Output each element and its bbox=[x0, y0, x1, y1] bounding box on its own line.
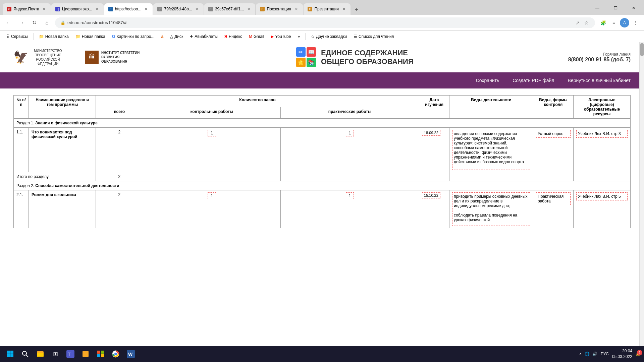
taskbar-lang[interactable]: РУС bbox=[601, 352, 609, 356]
tab-digital[interactable]: Ц Цифровая эко... ✕ bbox=[51, 3, 104, 15]
reading-list-icon: ☰ bbox=[354, 34, 357, 39]
row-11-date-input[interactable]: 18.09.22 bbox=[422, 130, 440, 136]
svg-rect-7 bbox=[37, 353, 44, 357]
row-11-activity-input[interactable]: овладении основами содержания учебного п… bbox=[452, 130, 530, 170]
browser-actions: 🧩 ≡ А ⋮ bbox=[598, 18, 640, 27]
row-11-control-type-input[interactable]: Устный опрос bbox=[536, 130, 571, 138]
institute-logo: 🏛 ИНСТИТУТ СТРАТЕГИИ РАЗВИТИЯ ОБРАЗОВАНИ… bbox=[85, 51, 142, 64]
row-11-resources-input[interactable]: Учебник Лях В.И. стр 3 bbox=[576, 130, 628, 138]
row-21-control-type: Практическая работа bbox=[533, 190, 574, 228]
bookmark-more[interactable]: » bbox=[295, 33, 303, 40]
nav-save[interactable]: Сохранить bbox=[476, 74, 499, 87]
row-21-date-input[interactable]: 15.10.22 bbox=[422, 192, 440, 198]
more-icon: » bbox=[298, 34, 300, 39]
tab-close-edsoo[interactable]: ✕ bbox=[143, 6, 149, 12]
tab-79fc[interactable]: 7 79fc205d-48b... ✕ bbox=[153, 3, 203, 15]
bookmark-star-icon[interactable]: ☆ bbox=[583, 19, 590, 26]
tab-favicon-pres2: П bbox=[308, 7, 312, 11]
row-21-practice-input[interactable]: 1 bbox=[346, 192, 354, 199]
new-tab-button[interactable]: + bbox=[351, 5, 361, 15]
tab-close-mail[interactable]: ✕ bbox=[41, 6, 47, 12]
total-practice-blank bbox=[281, 172, 419, 181]
profile-button[interactable]: А bbox=[620, 18, 629, 27]
row-21-control-type-input[interactable]: Практическая работа bbox=[536, 192, 571, 205]
taskbar-store[interactable] bbox=[94, 347, 107, 361]
logo-divider bbox=[75, 49, 75, 66]
row-21-activity-input[interactable]: приводить примеры основных дневных дел и… bbox=[452, 192, 530, 226]
bookmark-disk[interactable]: △ Диск bbox=[167, 33, 186, 40]
bookmark-services[interactable]: ⠿ Сервисы bbox=[4, 33, 31, 40]
share-icon[interactable]: ↗ bbox=[574, 19, 581, 26]
bookmark-folder1[interactable]: 📁 Новая папка bbox=[36, 33, 71, 40]
row-11-hours-total: 2 bbox=[96, 128, 143, 172]
title-icon-book: 📖 bbox=[307, 47, 316, 57]
row-21-resources-input[interactable]: Учебник Лях В.И. стр 5 bbox=[576, 192, 628, 200]
tray-volume[interactable]: 🔊 bbox=[592, 352, 597, 356]
taskbar-files[interactable] bbox=[79, 347, 92, 361]
close-button[interactable]: ✕ bbox=[626, 3, 641, 13]
row-11-control-type: Устный опрос bbox=[533, 128, 574, 172]
home-button[interactable]: ⌂ bbox=[42, 18, 52, 27]
forward-button[interactable]: → bbox=[17, 18, 26, 27]
yandex-button[interactable]: ≡ bbox=[609, 18, 619, 27]
row-11-practice-input[interactable]: 1 bbox=[346, 130, 354, 136]
bookmark-google[interactable]: G Картинки по запро... bbox=[109, 33, 157, 40]
bookmark-yandex[interactable]: Я Яндекс bbox=[222, 33, 245, 40]
windows-logo-icon bbox=[6, 350, 14, 358]
row-21-hours-control: 1 bbox=[143, 190, 280, 228]
svg-rect-14 bbox=[101, 354, 104, 357]
notification-area[interactable]: 🔔 1 bbox=[636, 352, 641, 356]
taskbar-word[interactable]: W bbox=[124, 347, 138, 361]
taskbar-chrome[interactable] bbox=[109, 347, 122, 361]
tab-mail[interactable]: Я Яндекс.Почта ✕ bbox=[3, 3, 51, 15]
search-button[interactable] bbox=[18, 347, 32, 361]
bookmark-a[interactable]: a bbox=[158, 33, 166, 40]
row-11-hours-control: 1 bbox=[143, 128, 280, 172]
back-button[interactable]: ← bbox=[4, 18, 13, 27]
title-main: ЕДИНОЕ СОДЕРЖАНИЕ bbox=[321, 49, 414, 57]
scrollbar-thumb[interactable] bbox=[640, 43, 644, 56]
hotline-label: Горячая линия bbox=[568, 52, 631, 57]
tab-39c5[interactable]: 3 39c57e67-dff1... ✕ bbox=[204, 3, 256, 15]
bookmark-avia[interactable]: ✈ Авиабилеты bbox=[187, 33, 220, 40]
tab-close-79fc[interactable]: ✕ bbox=[194, 6, 200, 12]
bookmark-folder2[interactable]: 📁 Новая папка bbox=[73, 33, 108, 40]
row-11-name: Что понимается под физической культурой bbox=[29, 128, 96, 172]
tab-edsoo[interactable]: E https://edsoo... ✕ bbox=[104, 3, 153, 15]
tab-close-pres2[interactable]: ✕ bbox=[341, 6, 346, 12]
bookmark-gmail[interactable]: M Gmail bbox=[246, 33, 267, 40]
start-button[interactable] bbox=[3, 347, 17, 361]
site-title-text: ЕДИНОЕ СОДЕРЖАНИЕ ОБЩЕГО ОБРАЗОВАНИЯ bbox=[321, 49, 414, 66]
bookmark-other[interactable]: ☆ Другие закладки bbox=[308, 33, 350, 40]
file-explorer-icon bbox=[36, 350, 44, 358]
row-11-activity: овладении основами содержания учебного п… bbox=[449, 128, 533, 172]
table-header-row: № п/п Наименование разделов и тем програ… bbox=[14, 96, 631, 107]
taskbar-teams[interactable]: T bbox=[64, 347, 77, 361]
tab-close-39c5[interactable]: ✕ bbox=[246, 6, 251, 12]
tab-close-digital[interactable]: ✕ bbox=[94, 6, 100, 12]
tray-network[interactable]: 🌐 bbox=[585, 352, 590, 356]
row-21-name: Режим дня школьника bbox=[29, 190, 96, 228]
row-11-control-input[interactable]: 1 bbox=[208, 130, 216, 136]
tab-close-pres1[interactable]: ✕ bbox=[293, 6, 299, 12]
title-sub: ОБЩЕГО ОБРАЗОВАНИЯ bbox=[321, 57, 414, 66]
reload-button[interactable]: ↻ bbox=[30, 18, 39, 27]
bookmark-gmail-label: Gmail bbox=[254, 34, 264, 39]
tray-chevron[interactable]: ∧ bbox=[579, 352, 582, 356]
google-icon: G bbox=[112, 34, 115, 39]
row-21-control-input[interactable]: 1 bbox=[208, 192, 216, 199]
minimize-button[interactable]: — bbox=[590, 3, 605, 13]
menu-button[interactable]: ⋮ bbox=[631, 18, 640, 27]
maximize-button[interactable]: ❐ bbox=[608, 3, 623, 13]
bookmark-reading[interactable]: ☰ Список для чтения bbox=[351, 33, 396, 40]
url-bar[interactable]: 🔒 edsoo.ru/constructor/110487/# ↗ ☆ bbox=[55, 17, 595, 28]
bookmark-youtube[interactable]: ▶ YouTube bbox=[268, 33, 293, 40]
nav-pdf[interactable]: Создать PDF файл bbox=[513, 74, 554, 87]
chrome-icon bbox=[112, 350, 120, 358]
tab-pres2[interactable]: П Презентация ✕ bbox=[304, 3, 351, 15]
taskbar-task-view[interactable]: ⊞ bbox=[49, 347, 62, 361]
taskbar-explorer[interactable] bbox=[34, 347, 47, 361]
extensions-button[interactable]: 🧩 bbox=[598, 18, 608, 27]
tab-pres1[interactable]: П Презентация ✕ bbox=[256, 3, 303, 15]
nav-back[interactable]: Вернуться в личный кабинет bbox=[568, 74, 631, 87]
